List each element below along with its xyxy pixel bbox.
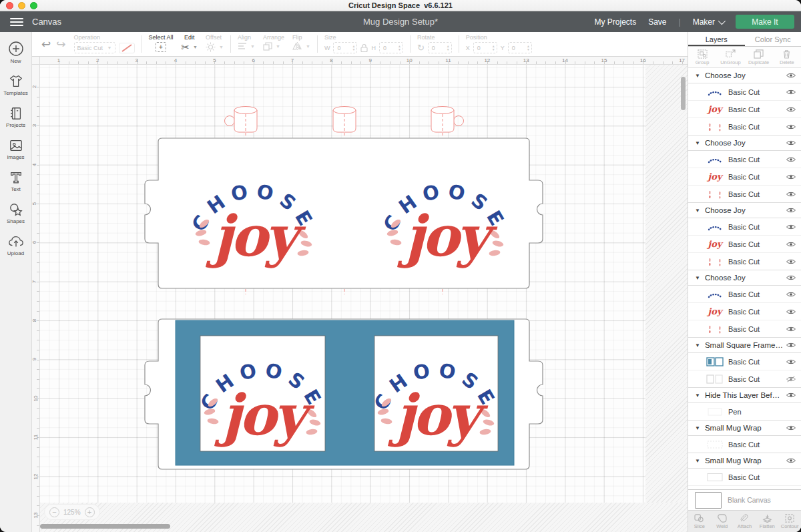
eye-icon[interactable] <box>786 392 796 398</box>
eye-icon[interactable] <box>786 106 796 113</box>
vertical-scrollbar[interactable] <box>681 77 686 110</box>
layer-row[interactable]: Basic Cut <box>688 469 801 486</box>
eye-icon[interactable] <box>786 224 796 230</box>
canvas-area[interactable]: 1234567891011121314151617 23456789101112… <box>32 57 688 532</box>
my-projects-link[interactable]: My Projects <box>594 17 636 27</box>
eye-icon[interactable] <box>786 191 796 198</box>
sidebar-item-upload[interactable]: Upload <box>0 232 31 258</box>
layer-row[interactable]: Basic Cut <box>688 436 801 453</box>
width-input[interactable]: 0▲▼ <box>333 42 357 53</box>
sidebar-item-new[interactable]: New <box>0 39 31 66</box>
maximize-button[interactable] <box>30 2 37 9</box>
eye-icon[interactable] <box>786 308 796 315</box>
sidebar-item-templates[interactable]: Templates <box>0 72 31 98</box>
eye-icon[interactable] <box>786 457 796 464</box>
mug-wrap-top[interactable] <box>145 138 543 288</box>
duplicate-button[interactable]: Duplicate <box>745 47 773 67</box>
blank-canvas-row[interactable]: Blank Canvas <box>688 489 801 510</box>
rotate-input[interactable]: 0▲▼ <box>428 42 452 53</box>
scissors-icon[interactable]: ✂ <box>182 42 190 52</box>
sidebar-item-projects[interactable]: Projects <box>0 104 31 130</box>
save-link[interactable]: Save <box>648 17 666 27</box>
layer-group-row[interactable]: ▼Choose Joy <box>688 135 801 151</box>
mug-wrap-bottom[interactable] <box>145 319 543 469</box>
undo-icon[interactable]: ↩ <box>41 39 51 50</box>
caret-down-icon[interactable]: ▼ <box>695 208 700 214</box>
attach-button[interactable]: Attach <box>734 511 756 532</box>
make-it-button[interactable]: Make It <box>736 15 794 29</box>
eye-icon[interactable] <box>786 291 796 298</box>
layer-row[interactable]: Basic Cut <box>688 253 801 270</box>
layer-row[interactable]: Basic Cut <box>688 320 801 338</box>
caret-down-icon[interactable]: ▼ <box>695 73 700 79</box>
layer-group-row[interactable]: ▼Choose Joy <box>688 270 801 286</box>
slice-button[interactable]: Slice <box>688 511 711 532</box>
caret-down-icon[interactable]: ▼ <box>695 140 700 146</box>
layer-row[interactable]: Basic Cut <box>688 186 801 203</box>
ungroup-button[interactable]: UnGroup <box>716 47 744 67</box>
eye-icon[interactable] <box>786 342 796 348</box>
eye-icon[interactable] <box>786 326 796 332</box>
operation-select[interactable]: Basic Cut▼ <box>74 42 115 53</box>
layer-row[interactable]: Pen <box>688 403 801 421</box>
eye-icon[interactable] <box>786 274 796 281</box>
layer-row[interactable]: Basic Cut <box>688 370 801 388</box>
layer-row[interactable]: Basic Cut <box>688 286 801 303</box>
layer-row[interactable]: joyBasic Cut <box>688 303 801 320</box>
weld-button[interactable]: Weld <box>711 511 734 532</box>
caret-down-icon[interactable]: ▼ <box>695 425 700 431</box>
flatten-button[interactable]: Flatten <box>756 511 778 532</box>
minimize-button[interactable] <box>18 2 25 9</box>
color-swatch[interactable] <box>119 43 135 53</box>
layer-group-row[interactable]: ▼Hide This Layer Before Cutti... <box>688 387 801 403</box>
hamburger-menu-icon[interactable] <box>10 16 23 28</box>
layer-row[interactable]: Basic Cut <box>688 218 801 236</box>
layer-row[interactable]: Basic Cut <box>688 118 801 136</box>
group-button[interactable]: Group <box>688 47 716 67</box>
caret-down-icon[interactable]: ▼ <box>695 342 700 348</box>
eye-icon[interactable] <box>786 207 796 214</box>
layer-group-row[interactable]: ▼Choose Joy <box>688 68 801 83</box>
delete-button[interactable]: Delete <box>773 47 801 67</box>
offset-icon[interactable] <box>206 42 216 52</box>
layer-row[interactable]: Basic Cut <box>688 83 801 101</box>
position-y-input[interactable]: 0▲▼ <box>508 42 532 53</box>
contour-button[interactable]: Contour <box>778 511 801 532</box>
eye-icon[interactable] <box>786 358 796 365</box>
eye-icon[interactable] <box>786 123 796 130</box>
align-icon[interactable] <box>238 42 247 50</box>
eye-icon[interactable] <box>786 89 796 95</box>
tab-color-sync[interactable]: Color Sync <box>745 32 801 46</box>
eye-icon[interactable] <box>786 241 796 248</box>
eye-icon[interactable] <box>786 174 796 180</box>
position-x-input[interactable]: 0▲▼ <box>473 42 497 53</box>
close-button[interactable] <box>6 2 13 9</box>
caret-down-icon[interactable]: ▼ <box>695 458 700 464</box>
eye-icon[interactable] <box>786 72 796 79</box>
layer-group-row[interactable]: ▼Small Square Frame Mug D... <box>688 337 801 353</box>
eye-icon[interactable] <box>786 156 796 163</box>
eye-icon[interactable] <box>786 258 796 265</box>
flip-icon[interactable] <box>292 42 302 50</box>
eye-icon[interactable] <box>786 425 796 431</box>
lock-icon[interactable] <box>360 43 368 52</box>
layer-row[interactable]: Basic Cut <box>688 353 801 370</box>
height-input[interactable]: 0▲▼ <box>379 42 403 53</box>
eye-off-icon[interactable] <box>786 376 796 382</box>
layer-group-row[interactable]: ▼Small Mug Wrap <box>688 453 801 469</box>
canvas-menu-label[interactable]: Canvas <box>32 17 61 27</box>
machine-selector[interactable]: Maker <box>693 17 724 27</box>
arrange-icon[interactable] <box>263 42 272 51</box>
redo-icon[interactable]: ↪ <box>56 39 65 50</box>
layer-row[interactable]: joyBasic Cut <box>688 236 801 253</box>
layer-group-row[interactable]: ▼Choose Joy <box>688 202 801 218</box>
caret-down-icon[interactable]: ▼ <box>695 275 700 281</box>
layer-row[interactable]: joyBasic Cut <box>688 101 801 118</box>
layer-group-row[interactable]: ▼Small Mug Wrap <box>688 420 801 436</box>
tab-layers[interactable]: Layers <box>688 32 745 46</box>
sidebar-item-shapes[interactable]: Shapes <box>0 200 31 226</box>
edit-caret-icon[interactable]: ▼ <box>193 45 198 49</box>
sidebar-item-text[interactable]: Text <box>0 168 31 194</box>
horizontal-scrollbar[interactable] <box>40 524 170 529</box>
layer-row[interactable]: Basic Cut <box>688 151 801 168</box>
